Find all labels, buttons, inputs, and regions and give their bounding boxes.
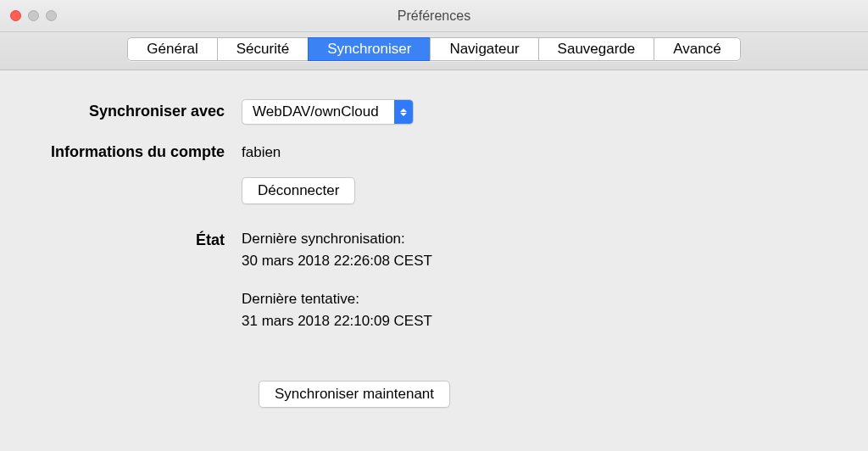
- row-sync-now: Synchroniser maintenant: [259, 381, 843, 408]
- tab-advanced[interactable]: Avancé: [654, 37, 740, 61]
- sync-now-button[interactable]: Synchroniser maintenant: [259, 381, 450, 408]
- last-sync-label: Dernière synchronisation:: [242, 228, 843, 250]
- sync-with-value: WebDAV/ownCloud: [253, 103, 394, 120]
- row-sync-with: Synchroniser avec WebDAV/ownCloud: [25, 99, 843, 125]
- status-block: Dernière synchronisation: 30 mars 2018 2…: [242, 228, 843, 331]
- window-minimize-button[interactable]: [28, 10, 39, 21]
- last-attempt-label: Dernière tentative:: [242, 288, 843, 310]
- select-stepper-icon: [394, 100, 413, 124]
- window-close-button[interactable]: [10, 10, 21, 21]
- toolbar: Général Sécurité Synchroniser Navigateur…: [0, 32, 868, 70]
- disconnect-button[interactable]: Déconnecter: [242, 177, 355, 204]
- window-titlebar: Préférences: [0, 0, 868, 32]
- tab-browser[interactable]: Navigateur: [430, 37, 537, 61]
- traffic-lights: [0, 10, 57, 21]
- row-account-info: Informations du compte fabien Déconnecte…: [25, 140, 843, 204]
- account-username: fabien: [242, 140, 843, 165]
- window-title: Préférences: [0, 8, 868, 24]
- tab-synchronize[interactable]: Synchroniser: [308, 37, 430, 61]
- tab-security[interactable]: Sécurité: [217, 37, 308, 61]
- tab-general[interactable]: Général: [127, 37, 216, 61]
- last-attempt-value: 31 mars 2018 22:10:09 CEST: [242, 310, 843, 332]
- row-status: État Dernière synchronisation: 30 mars 2…: [25, 228, 843, 331]
- tab-backup[interactable]: Sauvegarde: [538, 37, 654, 61]
- content-pane: Synchroniser avec WebDAV/ownCloud Inform…: [0, 70, 868, 408]
- status-label: État: [25, 228, 242, 249]
- window-zoom-button[interactable]: [46, 10, 57, 21]
- account-info-label: Informations du compte: [25, 140, 242, 161]
- sync-with-select[interactable]: WebDAV/ownCloud: [242, 99, 414, 125]
- tab-segmented-control: Général Sécurité Synchroniser Navigateur…: [127, 37, 740, 61]
- last-sync-value: 30 mars 2018 22:26:08 CEST: [242, 250, 843, 272]
- sync-with-label: Synchroniser avec: [25, 99, 242, 120]
